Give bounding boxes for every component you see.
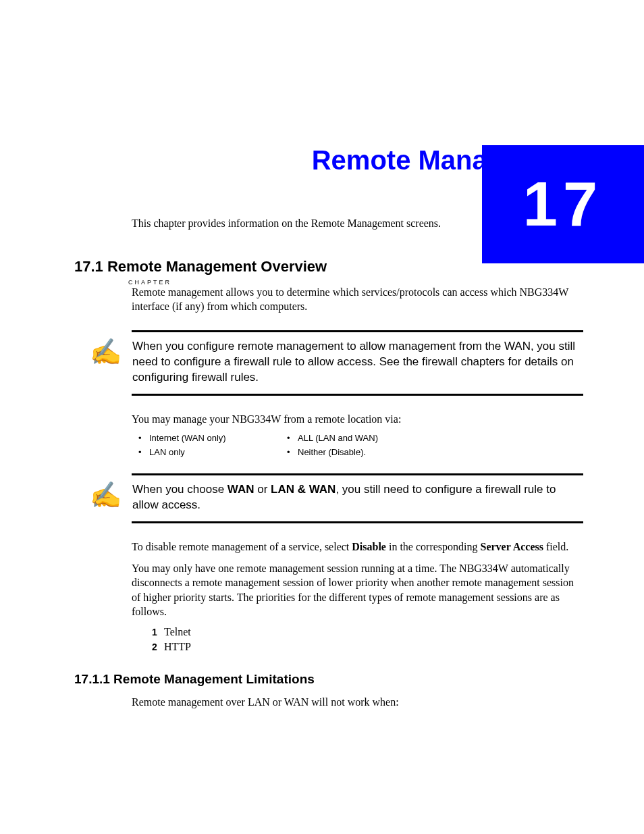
chapter-number-box: 17 (482, 145, 644, 263)
bold-text: WAN (227, 483, 254, 496)
text: field. (543, 541, 568, 552)
body-paragraph: You may only have one remote management … (132, 561, 583, 619)
note-text: When you configure remote management to … (132, 339, 583, 386)
note-icon: ✍ (90, 339, 122, 365)
bold-text: Server Access (481, 541, 543, 552)
chapter-number: 17 (523, 169, 603, 240)
subsection-heading: 17.1.1 Remote Management Limitations (74, 672, 583, 687)
list-item: ALL (LAN and WAN) (287, 433, 422, 443)
text: or (254, 483, 271, 496)
rule (132, 521, 583, 523)
list-number: 1 (152, 627, 164, 637)
ordered-list: 1Telnet 2HTTP (152, 626, 583, 653)
body-paragraph: You may manage your NBG334W from a remot… (132, 412, 583, 427)
body-paragraph: Remote management over LAN or WAN will n… (132, 695, 583, 710)
list-number: 2 (152, 642, 164, 652)
note-block: ✍ When you configure remote management t… (132, 330, 583, 396)
note-text: When you choose WAN or LAN & WAN, you st… (132, 482, 583, 513)
text: in the corresponding (386, 541, 481, 552)
bold-text: Disable (352, 541, 386, 552)
list-text: Telnet (164, 626, 191, 637)
bold-text: LAN & WAN (271, 483, 336, 496)
text: When you choose (132, 483, 227, 496)
list-item: Internet (WAN only) (138, 433, 260, 443)
list-item: LAN only (138, 447, 260, 457)
option-list: Internet (WAN only) ALL (LAN and WAN) LA… (138, 433, 583, 457)
note-icon: ✍ (90, 482, 122, 508)
list-item: Neither (Disable). (287, 447, 422, 457)
text: To disable remote management of a servic… (132, 541, 352, 552)
note-block: ✍ When you choose WAN or LAN & WAN, you … (132, 473, 583, 523)
list-item: 2HTTP (152, 641, 583, 653)
body-paragraph: Remote management allows you to determin… (132, 285, 583, 314)
chapter-prefix: CHAPTER (128, 279, 171, 286)
list-text: HTTP (164, 641, 191, 652)
list-item: 1Telnet (152, 626, 583, 638)
body-paragraph: To disable remote management of a servic… (132, 540, 583, 554)
rule (132, 394, 583, 396)
